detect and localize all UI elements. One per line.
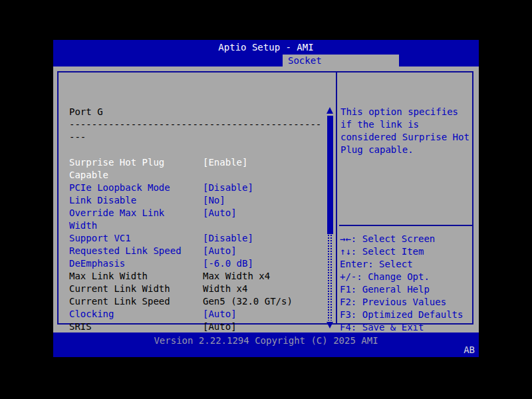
option-value: Gen5 (32.0 GT/s) [203, 295, 293, 308]
option-row: Current Link WidthWidth x4 [69, 283, 326, 295]
option-row[interactable]: Requested Link Speed[Auto] [69, 245, 326, 257]
option-value: [Enable] [203, 156, 247, 169]
option-value: [No] [203, 194, 225, 207]
hotkey-line: F1: General Help [340, 283, 430, 296]
help-line: considered Surprise Hot [340, 131, 469, 144]
app-title: Aptio Setup - AMI [218, 42, 313, 53]
option-row: Max Link WidthMax Width x4 [69, 270, 326, 283]
option-row: SRIS[Auto] [69, 321, 326, 333]
hotkey-line: ↑↓: Select Item [340, 245, 424, 258]
bios-screen: { "title_bar": { "title": "Aptio Setup -… [0, 0, 532, 399]
option-label: Override Max Link [69, 207, 164, 218]
separator-line: ----------------------------------------… [69, 118, 326, 131]
hotkey-line: F3: Optimized Defaults [340, 309, 463, 321]
section-heading: Port G [69, 106, 326, 118]
title-bar: Aptio Setup - AMI [53, 40, 479, 55]
help-line: if the link is [340, 118, 419, 131]
hotkey-line: →←: Select Screen [340, 233, 435, 245]
option-value: [Auto] [203, 207, 237, 219]
scrollbar-thumb[interactable] [327, 116, 333, 234]
option-value: [-6.0 dB] [203, 257, 253, 270]
option-label: Surprise Hot Plug [69, 157, 164, 168]
tab-row: Socket Configuration [53, 55, 479, 66]
help-line: Plug capable. [340, 144, 414, 156]
option-row[interactable]: Override Max Link[Auto] [69, 207, 326, 219]
option-row[interactable]: DeEmphasis[-6.0 dB] [69, 257, 326, 270]
vertical-divider [336, 71, 337, 325]
help-line: This option specifies [340, 106, 458, 118]
option-label: PCIe Loopback Mode [69, 182, 170, 193]
option-label: SRIS [69, 321, 92, 332]
option-label: Clocking [69, 309, 114, 319]
option-row[interactable]: PCIe Loopback Mode[Disable] [69, 182, 326, 194]
option-row[interactable]: Width [69, 219, 326, 232]
hotkey-line: +/-: Change Opt. [340, 271, 430, 283]
option-label: Link Disable [69, 195, 136, 205]
scrollbar-track[interactable] [327, 234, 333, 321]
scroll-up-icon[interactable] [327, 107, 333, 114]
option-label: Support VC1 [69, 233, 131, 243]
option-row[interactable]: Clocking[Auto] [69, 308, 326, 321]
option-value: [Auto] [203, 321, 237, 333]
option-row[interactable]: Link Disable[No] [69, 194, 326, 207]
option-row[interactable]: Surprise Hot Plug[Enable] [69, 156, 326, 169]
option-value: [Disable] [203, 232, 253, 245]
option-label: Capable [69, 170, 108, 180]
option-label: Current Link Speed [69, 296, 170, 307]
scroll-down-icon[interactable] [327, 322, 333, 329]
option-label: DeEmphasis [69, 258, 125, 269]
option-label: Requested Link Speed [69, 245, 182, 256]
horizontal-divider [339, 225, 472, 226]
hotkey-line: Enter: Select [340, 258, 413, 271]
option-row[interactable]: Support VC1[Disable] [69, 232, 326, 245]
option-value: Width x4 [203, 283, 247, 295]
option-label: Width [69, 220, 97, 231]
version-text: Version 2.22.1294 Copyright (C) 2025 AMI [53, 334, 479, 347]
option-value: Max Width x4 [203, 270, 270, 283]
option-row: Current Link SpeedGen5 (32.0 GT/s) [69, 295, 326, 308]
option-value: [Auto] [203, 308, 237, 321]
main-panel: Port G ---------------------------------… [53, 66, 479, 332]
hotkey-line: F2: Previous Values [340, 296, 446, 309]
option-row[interactable]: Capable [69, 169, 326, 182]
option-value: [Auto] [203, 245, 237, 257]
setup-screen: Aptio Setup - AMI Socket Configuration P… [53, 40, 479, 357]
tab-socket-configuration[interactable]: Socket Configuration [283, 55, 399, 66]
option-label: Max Link Width [69, 271, 148, 281]
build-badge: AB [464, 344, 475, 356]
option-label: Current Link Width [69, 283, 170, 294]
separator-line: --- [69, 131, 326, 144]
footer-bar: Version 2.22.1294 Copyright (C) 2025 AMI… [53, 332, 479, 357]
option-value: [Disable] [203, 182, 253, 194]
